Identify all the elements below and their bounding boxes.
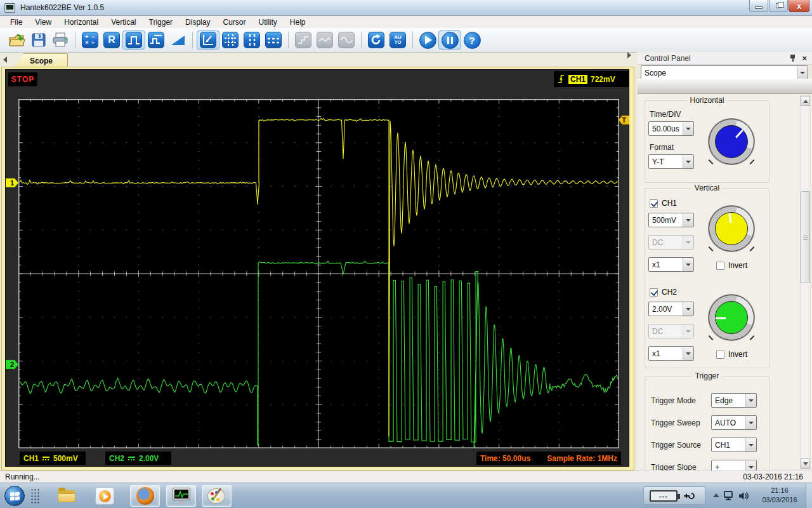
math-button[interactable]: + −× ÷ — [81, 31, 99, 49]
menu-cursor[interactable]: Cursor — [216, 17, 252, 28]
restore-button[interactable] — [769, 0, 788, 12]
menu-trigger[interactable]: Trigger — [143, 17, 180, 28]
menu-utility[interactable]: Utility — [252, 17, 283, 28]
horizontal-position-knob[interactable] — [709, 119, 754, 164]
ch1-enable-checkbox[interactable] — [650, 199, 658, 208]
ch2-scale-readout: CH2 2.00V — [105, 451, 171, 465]
format-select[interactable]: Y-T — [648, 154, 694, 169]
menu-help[interactable]: Help — [284, 17, 312, 28]
print-button[interactable] — [51, 31, 69, 49]
trigger-sweep-label: Trigger Sweep — [651, 418, 700, 427]
line-wave-icon — [317, 32, 333, 48]
format-label: Format — [650, 143, 674, 152]
menu-file[interactable]: File — [4, 17, 29, 28]
show-hidden-icons-button[interactable] — [713, 493, 719, 497]
play-icon — [419, 32, 436, 49]
close-button[interactable]: x — [789, 0, 809, 12]
trigger-slope-select[interactable]: + — [711, 460, 757, 471]
vertical-cursors-button[interactable] — [243, 31, 261, 49]
menu-view[interactable]: View — [29, 17, 58, 28]
scroll-up-button[interactable] — [801, 96, 810, 106]
ch2-invert-checkbox[interactable] — [716, 351, 724, 359]
trigger-source-select[interactable]: CH1 — [711, 438, 757, 452]
help-button[interactable]: ? — [463, 31, 481, 49]
firefox-taskbar-button[interactable] — [130, 485, 160, 507]
horizontal-group: Horizontal Time/DIV 50.00us Format Y-T — [645, 100, 769, 183]
cursor-measure-button[interactable] — [197, 30, 219, 50]
panel-mode-select[interactable]: Scope — [641, 65, 808, 80]
ch1-probe-select[interactable]: x1 — [648, 257, 694, 272]
trigger-source-chip: CH1 — [568, 75, 587, 84]
cursor-measure-icon — [200, 32, 216, 48]
network-tray-icon[interactable] — [723, 490, 735, 504]
close-panel-icon[interactable]: × — [802, 54, 807, 62]
media-player-taskbar-button[interactable] — [95, 487, 114, 505]
toolbar-separator — [192, 32, 193, 48]
tab-scope[interactable]: Scope — [15, 53, 68, 67]
menu-display[interactable]: Display — [179, 17, 216, 28]
power-plug-icon — [683, 490, 695, 502]
horizontal-cursors-button[interactable] — [265, 31, 282, 49]
sine-wave-button — [337, 31, 355, 49]
toolbar: + −× ÷ R — [0, 28, 812, 53]
grid-button[interactable] — [221, 31, 239, 49]
show-desktop-button[interactable] — [806, 483, 812, 508]
start-button[interactable] — [4, 486, 25, 506]
trigger-sweep-select[interactable]: AUTO — [711, 415, 757, 430]
panel-scrollbar[interactable] — [800, 95, 811, 469]
ch1-ground-marker[interactable]: 1 — [6, 178, 18, 187]
tab-scroll-left-icon[interactable] — [3, 57, 7, 63]
ch2-probe-select[interactable]: x1 — [648, 346, 694, 361]
trigger-level-marker[interactable]: T — [619, 116, 629, 124]
start-button[interactable] — [419, 31, 436, 49]
scroll-down-button[interactable] — [801, 458, 810, 469]
line-wave-button — [316, 31, 334, 49]
menu-bar: File View Horizontal Vertical Trigger Di… — [0, 16, 812, 28]
ch2-volts-select[interactable]: 2.00V — [648, 302, 694, 316]
horizontal-cursors-icon — [265, 32, 282, 48]
ramp-button[interactable] — [169, 31, 187, 49]
minimize-button[interactable] — [749, 0, 768, 12]
autoset-icon: AUTO — [390, 32, 406, 48]
scope-app-taskbar-button[interactable] — [166, 485, 196, 507]
scrollbar-thumb[interactable] — [801, 191, 810, 283]
ch1-volts-select[interactable]: 500mV — [648, 213, 694, 227]
taskbar-clock[interactable]: 21:16 03/03/2016 — [759, 486, 801, 505]
volume-tray-icon[interactable] — [738, 490, 749, 504]
save-button[interactable] — [30, 31, 48, 49]
reference-button[interactable]: R — [103, 31, 121, 49]
ch1-position-knob[interactable] — [709, 206, 754, 251]
paint-taskbar-button[interactable] — [202, 485, 232, 507]
ramp-icon — [171, 36, 185, 45]
taskbar-grip — [30, 488, 40, 504]
ch2-enable-checkbox[interactable] — [650, 288, 658, 297]
chevron-down-icon — [683, 302, 693, 316]
firefox-icon — [136, 487, 154, 505]
autoset-button[interactable]: AUTO — [389, 31, 407, 49]
math-icon: + −× ÷ — [82, 32, 98, 48]
chevron-down-icon — [683, 258, 693, 271]
pulse-width-icon — [126, 32, 142, 48]
refresh-button[interactable] — [367, 31, 385, 49]
trigger-mode-select[interactable]: Edge — [711, 393, 757, 408]
pulse-trigger-button[interactable] — [122, 30, 145, 50]
timediv-select[interactable]: 50.00us — [648, 121, 694, 136]
menu-horizontal[interactable]: Horizontal — [58, 17, 105, 28]
pause-icon — [442, 32, 459, 49]
open-button[interactable] — [8, 31, 26, 49]
explorer-taskbar-button[interactable] — [57, 487, 76, 505]
pin-icon[interactable] — [790, 55, 796, 62]
battery-icon: --- — [650, 490, 678, 502]
pause-button[interactable] — [438, 30, 461, 50]
tab-scroll-right-icon[interactable] — [627, 52, 631, 58]
battery-tray-button[interactable]: --- — [643, 486, 705, 505]
pulse-trigger-alt-button[interactable] — [147, 31, 165, 49]
chevron-down-icon — [683, 324, 693, 338]
toolbar-separator — [75, 32, 75, 48]
menu-vertical[interactable]: Vertical — [105, 17, 142, 28]
ch2-position-knob[interactable] — [709, 295, 754, 340]
media-player-icon — [95, 487, 114, 505]
ch1-invert-checkbox[interactable] — [716, 262, 724, 270]
minimize-icon — [755, 6, 763, 9]
ch2-ground-marker[interactable]: 2 — [6, 360, 18, 369]
